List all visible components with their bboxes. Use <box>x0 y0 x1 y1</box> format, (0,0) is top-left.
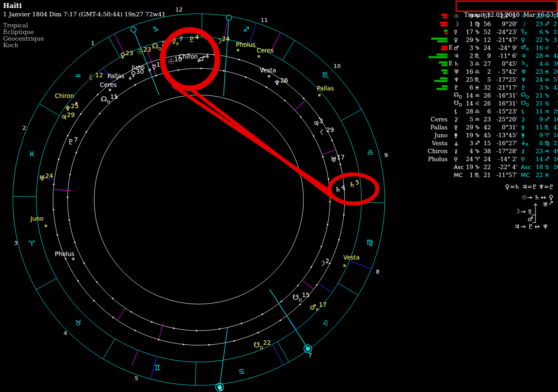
transit-planet-♃: ♃29 <box>61 111 75 121</box>
natal-declination: -17°25' <box>491 76 517 83</box>
natal-minutes: 6 <box>481 108 491 115</box>
natal-planet-♄: ♄4 <box>335 184 345 194</box>
transit-body-label: Vesta <box>343 254 360 261</box>
degree-dot <box>343 214 344 215</box>
dispositor-glyph: ♄ <box>534 194 540 201</box>
sign-boundary-line <box>338 283 358 295</box>
transit-minutes: 39 <box>551 60 558 67</box>
degree-dot <box>331 139 333 141</box>
degree-dot <box>67 135 68 136</box>
natal-declination: 0°45' <box>491 60 517 67</box>
transit-sign: ♑ <box>543 37 551 43</box>
transit-degrees: 23 <box>532 21 543 27</box>
transit-glyph: ♀ <box>521 37 532 43</box>
transit-glyph: ♇ <box>521 84 532 91</box>
chart-dateline: 1 Janvier 1804 Dim 7:17 (GMT-4:50:44) 19… <box>3 11 166 18</box>
sign-boundary-line <box>36 278 57 290</box>
natal-glyph: ♅ <box>454 68 463 75</box>
sign-boundary-line <box>277 342 289 362</box>
dispositor-glyph: ♃ <box>522 183 528 190</box>
sign-boundary-line <box>283 40 295 60</box>
transit-glyph: ☉ <box>521 13 532 19</box>
transit-body-marker: * <box>75 101 78 109</box>
natal-glyph: ☋D <box>454 99 463 107</box>
transit-minutes: 43 <box>551 84 558 91</box>
table-row: Pallas⚴29♑420°31'⚴11♏43 <box>421 123 558 131</box>
sign-boundary-line <box>341 109 361 121</box>
natal-degrees: 14 <box>463 92 473 99</box>
natal-degrees: 3 <box>463 60 473 67</box>
transit-glyph: ☊D <box>521 91 532 99</box>
dispositor-glyph: ♄ <box>514 183 520 190</box>
natal-degrees: 1 <box>463 172 473 178</box>
transit-planet-☋: ☋D22 <box>254 339 271 350</box>
natal-body-marker: * <box>197 58 201 66</box>
dispositor-glyph: ↔ <box>535 223 540 230</box>
natal-minutes: 57 <box>481 13 491 19</box>
power-bars <box>421 45 448 50</box>
house-number-6: 6 <box>219 385 222 392</box>
degree-dot <box>200 68 201 69</box>
natal-degrees: 19 <box>463 164 473 170</box>
table-row: Ceres⚳5♒23-25°20'⚳9♐10 <box>421 115 558 123</box>
dispositor-glyph: ↗ <box>548 199 554 206</box>
natal-glyph: ♆ <box>454 76 463 83</box>
natal-sign: ♑ <box>473 13 481 19</box>
transit-body-marker: * <box>236 48 240 56</box>
transit-minutes: 49 <box>551 148 558 155</box>
natal-degrees: 19 <box>463 132 473 139</box>
wheel-ring <box>94 95 304 304</box>
transit-axis-line <box>220 328 228 387</box>
chart-settings: TropicalÉcliptiqueGéocentriqueKoch <box>3 22 166 49</box>
natal-declination: -25°20' <box>491 116 517 123</box>
natal-sign: ♑ <box>473 164 481 170</box>
transit-sign: ♋ <box>543 164 551 170</box>
natal-body-marker: * <box>108 87 112 95</box>
degree-dot <box>281 301 282 302</box>
transit-sign: ♋ <box>543 100 551 107</box>
natal-planet-☾: ☾29 <box>320 126 334 136</box>
transit-glyph: ☿R <box>521 28 532 36</box>
house-cusp-tick <box>322 150 336 155</box>
zodiac-sign-♊: ♊ <box>154 363 160 372</box>
house-number-9: 9 <box>384 152 388 158</box>
degree-dot <box>329 201 330 202</box>
transit-sign: ♌ <box>543 45 551 51</box>
power-bar-green <box>440 77 448 79</box>
transit-glyph: ⚲ <box>521 156 532 162</box>
natal-glyph: ♃ <box>454 53 463 59</box>
natal-minutes: 15 <box>481 140 491 147</box>
transit-glyph: ⚴ <box>521 124 532 131</box>
transit-degrees: 18 <box>532 164 543 170</box>
table-row: Pholus⚲24♈24-14° 2'⚲14♐10 <box>421 155 558 163</box>
natal-glyph: ⚳ <box>454 116 463 123</box>
natal-declination: -21°17' <box>491 84 517 91</box>
power-bar-green <box>442 85 448 87</box>
dispositor-glyph: ☿ <box>528 208 532 215</box>
zodiac-sign-♌: ♌ <box>322 319 329 328</box>
degree-dot <box>151 321 152 323</box>
power-bars <box>421 53 448 58</box>
transit-sign: ♒ <box>543 108 551 115</box>
power-bars <box>421 38 448 42</box>
wheel-ring <box>68 68 330 331</box>
natal-sign: ♏ <box>473 53 481 59</box>
transit-degrees: 9 <box>532 132 543 139</box>
natal-degrees: 16 <box>463 68 473 75</box>
natal-sign: ♑ <box>473 132 481 139</box>
degree-dot <box>69 174 71 175</box>
natal-minutes: 26 <box>481 100 491 107</box>
natal-sign: ♎ <box>473 60 481 67</box>
power-bars <box>421 14 448 19</box>
transit-sign: ♒ <box>543 148 551 155</box>
natal-degrees: 1 <box>463 21 473 27</box>
natal-body-marker: * <box>267 74 271 82</box>
natal-planet-☽: ☽2 <box>319 257 329 268</box>
natal-declination: -11°57' <box>491 172 517 178</box>
natal-minutes: 22 <box>481 164 491 170</box>
natal-degrees: 24 <box>463 156 473 162</box>
degree-dot <box>322 156 323 158</box>
natal-glyph: MC <box>454 172 463 178</box>
zodiac-sign-♋: ♋ <box>238 367 245 376</box>
transit-minutes: 29 <box>551 108 558 115</box>
